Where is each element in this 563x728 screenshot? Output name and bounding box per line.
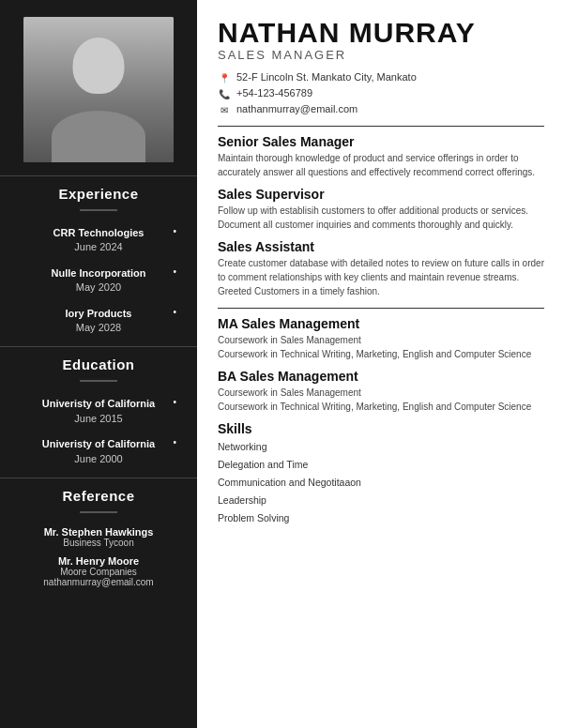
sidebar-edu-institution-0: Univeristy of California xyxy=(9,397,188,411)
sidebar-ref-email-1: nathanmurray@email.com xyxy=(9,577,188,587)
education-divider xyxy=(218,308,544,309)
exp-block-0: Senior Sales Manager Maintain thorough k… xyxy=(218,134,544,179)
skills-block: Skills Networking Delegation and Time Co… xyxy=(218,421,544,526)
phone-icon: 📞 xyxy=(218,87,231,100)
skill-item-1: Delegation and Time xyxy=(218,456,544,474)
sidebar-ref-company-1: Moore Companies xyxy=(9,567,188,577)
contact-phone-row: 📞 +54-123-456789 xyxy=(218,87,544,100)
sidebar-education-divider xyxy=(80,380,117,382)
exp-desc-1: Follow up with establisih customers to o… xyxy=(218,204,544,232)
edu-block-1: BA Sales Management Coursework in Sales … xyxy=(218,369,544,414)
sidebar-exp-entry-2: Iory Products May 2028 xyxy=(0,301,197,341)
sidebar-ref-entry-0: Mr. Stephen Hawkings Business Tycoon xyxy=(0,523,197,552)
main-content: NATHAN MURRAY SALES MANAGER 📍 52-F Linco… xyxy=(197,0,563,728)
contact-address: 52-F Lincoln St. Mankato City, Mankato xyxy=(236,71,417,83)
edu-detail-0: Coursework in Sales Management Coursewor… xyxy=(218,333,544,361)
sidebar: Experience CRR Technologies June 2024 Nu… xyxy=(0,0,197,728)
edu-degree-0: MA Sales Management xyxy=(218,316,544,331)
header: NATHAN MURRAY SALES MANAGER 📍 52-F Linco… xyxy=(218,17,544,116)
profile-photo xyxy=(23,17,174,162)
sidebar-reference-section: Reference Mr. Stephen Hawkings Business … xyxy=(0,478,197,597)
sidebar-edu-date-1: June 2000 xyxy=(9,452,188,466)
contact-phone: +54-123-456789 xyxy=(236,87,312,99)
sidebar-edu-institution-1: Univeristy of California xyxy=(9,437,188,451)
skill-item-4: Problem Solving xyxy=(218,509,544,527)
sidebar-exp-date-0: June 2024 xyxy=(9,240,188,254)
sidebar-exp-date-2: May 2028 xyxy=(9,321,188,335)
sidebar-exp-date-1: May 2020 xyxy=(9,281,188,295)
sidebar-edu-entry-0: Univeristy of California June 2015 xyxy=(0,391,197,432)
edu-detail-1: Coursework in Sales Management Coursewor… xyxy=(218,386,544,414)
header-job-title: SALES MANAGER xyxy=(218,48,544,62)
sidebar-experience-divider xyxy=(80,209,117,211)
contact-address-row: 📍 52-F Lincoln St. Mankato City, Mankato xyxy=(218,71,544,84)
exp-block-2: Sales Assistant Create customer database… xyxy=(218,239,544,298)
sidebar-ref-title-0: Business Tycoon xyxy=(9,538,188,548)
sidebar-ref-name-0: Mr. Stephen Hawkings xyxy=(9,526,188,538)
skills-title: Skills xyxy=(218,421,544,436)
skill-item-3: Leadership xyxy=(218,492,544,509)
sidebar-education-section: Education Univeristy of California June … xyxy=(0,346,197,478)
exp-desc-2: Create customer database with detailed n… xyxy=(218,256,544,298)
header-name: NATHAN MURRAY xyxy=(218,17,544,48)
exp-block-1: Sales Supervisor Follow up with establis… xyxy=(218,187,544,232)
sidebar-exp-company-1: Nulle Incorporation xyxy=(9,266,188,281)
sidebar-experience-section: Experience CRR Technologies June 2024 Nu… xyxy=(0,175,197,346)
exp-title-1: Sales Supervisor xyxy=(218,187,544,202)
sidebar-reference-divider xyxy=(80,511,117,513)
sidebar-edu-entry-1: Univeristy of California June 2000 xyxy=(0,432,197,472)
sidebar-exp-company-2: Iory Products xyxy=(9,307,188,321)
sidebar-reference-title: Reference xyxy=(0,488,197,504)
sidebar-ref-entry-1: Mr. Henry Moore Moore Companies nathanmu… xyxy=(0,552,197,591)
sidebar-exp-entry-0: CRR Technologies June 2024 xyxy=(0,220,197,261)
skill-item-0: Networking xyxy=(218,438,544,456)
header-divider xyxy=(218,126,544,127)
contact-email-row: ✉ nathanmurray@email.com xyxy=(218,103,544,116)
skills-list: Networking Delegation and Time Communica… xyxy=(218,438,544,526)
exp-title-0: Senior Sales Manager xyxy=(218,134,544,149)
sidebar-experience-title: Experience xyxy=(0,186,197,202)
skill-item-2: Communication and Negotitaaon xyxy=(218,474,544,492)
sidebar-edu-date-0: June 2015 xyxy=(9,412,188,426)
exp-title-2: Sales Assistant xyxy=(218,239,544,254)
sidebar-exp-company-0: CRR Technologies xyxy=(9,226,188,240)
edu-block-0: MA Sales Management Coursework in Sales … xyxy=(218,316,544,361)
sidebar-exp-entry-1: Nulle Incorporation May 2020 xyxy=(0,261,197,301)
edu-degree-1: BA Sales Management xyxy=(218,369,544,384)
location-icon: 📍 xyxy=(218,71,231,84)
exp-desc-0: Maintain thorough knowledge of product a… xyxy=(218,151,544,179)
email-icon: ✉ xyxy=(218,103,231,116)
contact-email: nathanmurray@email.com xyxy=(236,103,358,114)
sidebar-education-title: Education xyxy=(0,356,197,372)
sidebar-ref-name-1: Mr. Henry Moore xyxy=(9,555,188,567)
